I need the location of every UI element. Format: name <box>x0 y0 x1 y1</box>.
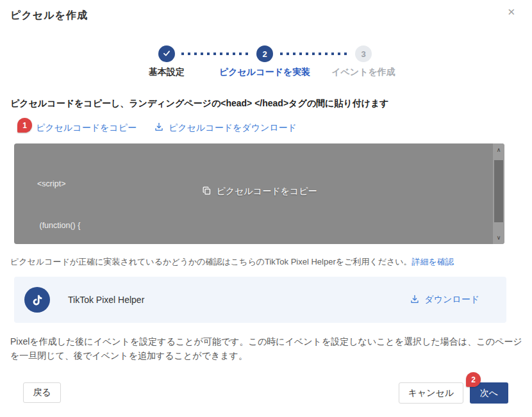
pixel-helper-note: ピクセルコードが正確に実装されているかどうかの確認はこちらのTikTok Pix… <box>10 256 454 268</box>
stepper-connector <box>181 53 251 55</box>
step-3-label: イベントを作成 <box>331 67 395 78</box>
step-2-implement-code: 2 <box>256 45 273 62</box>
helper-card-title: TikTok Pixel Helper <box>68 295 144 305</box>
scrollbar-thumb[interactable] <box>494 160 503 222</box>
download-icon <box>410 294 420 306</box>
close-icon[interactable]: ✕ <box>507 6 515 18</box>
back-button[interactable]: 戻る <box>23 382 61 403</box>
helper-download-label: ダウンロード <box>424 294 479 306</box>
check-icon <box>162 49 171 60</box>
step-1-label: 基本設定 <box>149 67 185 78</box>
cancel-button[interactable]: キャンセル <box>399 382 463 404</box>
instruction-text: ピクセルコードをコピーし、ランディングページの<head> </head>タグの… <box>10 98 389 110</box>
scroll-down-icon[interactable]: ∨ <box>493 233 504 243</box>
copy-overlay-label: ピクセルコードをコピー <box>217 186 317 197</box>
stepper-connector <box>280 53 350 55</box>
copy-pixel-code-link[interactable]: ピクセルコードをコピー <box>21 122 137 134</box>
pixel-code-block[interactable]: <script> (function() { var ta = document… <box>14 143 504 244</box>
events-later-note: Pixelを作成した後にイベントを設定することが可能です。この時にイベントを設定… <box>10 334 524 363</box>
step-3-create-events: 3 <box>355 45 372 62</box>
wizard-stepper: 2 3 基本設定 ピクセルコードを実装 イベントを作成 <box>0 45 532 81</box>
tutorial-badge-1: 1 <box>17 118 32 133</box>
tiktok-pixel-helper-card: TikTok Pixel Helper ダウンロード <box>14 277 506 323</box>
download-icon <box>154 122 164 134</box>
download-pixel-code-link[interactable]: ピクセルコードをダウンロード <box>154 122 297 134</box>
step-1-basic-settings <box>158 45 175 62</box>
learn-more-link[interactable]: 詳細を確認 <box>412 257 454 266</box>
copy-link-label: ピクセルコードをコピー <box>36 122 137 134</box>
code-action-links: ピクセルコードをコピー ピクセルコードをダウンロード <box>0 122 532 136</box>
download-link-label: ピクセルコードをダウンロード <box>169 122 297 134</box>
helper-download-link[interactable]: ダウンロード <box>410 294 479 306</box>
copy-icon <box>202 186 212 197</box>
code-scrollbar[interactable]: ∧ ∨ <box>493 143 504 244</box>
step-number: 3 <box>361 49 365 59</box>
dialog-title: ピクセルを作成 <box>10 9 88 22</box>
create-pixel-dialog: ピクセルを作成 ✕ 2 3 基本設定 ピクセルコードを実装 イベントを作成 ピク… <box>0 0 532 417</box>
tiktok-logo-icon <box>24 287 50 313</box>
helper-note-text: ピクセルコードが正確に実装されているかどうかの確認はこちらのTikTok Pix… <box>10 257 412 266</box>
scroll-up-icon[interactable]: ∧ <box>493 145 504 155</box>
tutorial-badge-2: 2 <box>466 372 481 387</box>
step-2-label: ピクセルコードを実装 <box>219 67 310 78</box>
step-number: 2 <box>262 49 267 59</box>
copy-code-overlay-button[interactable]: ピクセルコードをコピー <box>14 186 504 197</box>
